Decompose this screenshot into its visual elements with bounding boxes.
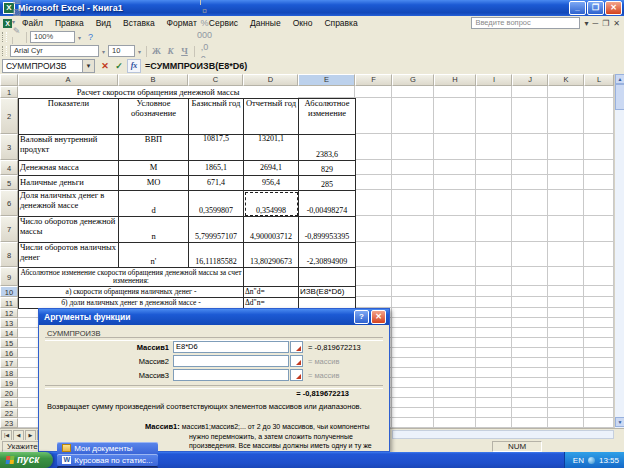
column-header-H[interactable]: H bbox=[434, 74, 476, 86]
row-header-13[interactable]: 13 bbox=[0, 318, 18, 328]
ask-question-input[interactable]: Введите вопрос bbox=[471, 17, 580, 29]
currency-icon[interactable]: ¤ bbox=[198, 5, 211, 17]
cell-indicator[interactable]: Доля наличных денег в денежной массе bbox=[19, 191, 119, 217]
row-header-10[interactable]: 10 bbox=[0, 286, 18, 297]
cell-report[interactable]: 2694,1 bbox=[244, 161, 299, 176]
menu-item-окно[interactable]: Окно bbox=[287, 17, 319, 29]
column-header-E[interactable]: E bbox=[298, 74, 355, 86]
cell-base[interactable]: 671,4 bbox=[189, 176, 244, 191]
start-button[interactable]: пуск bbox=[0, 452, 53, 468]
cell-change[interactable]: 2383,6 bbox=[299, 135, 356, 161]
range-selector-icon[interactable] bbox=[290, 355, 303, 367]
row-header-22[interactable]: 22 bbox=[0, 408, 18, 418]
row-header-15[interactable]: 15 bbox=[0, 338, 18, 348]
scroll-thumb[interactable] bbox=[615, 84, 624, 110]
help-icon[interactable]: ? bbox=[84, 31, 97, 43]
row-header-2[interactable]: 2 bbox=[0, 98, 18, 134]
column-header-B[interactable]: B bbox=[118, 74, 188, 86]
row-header-12[interactable]: 12 bbox=[0, 308, 18, 318]
column-header-L[interactable]: L bbox=[584, 74, 614, 86]
row-header-9[interactable]: 9 bbox=[0, 267, 18, 286]
array2-input[interactable] bbox=[173, 355, 289, 367]
dialog-title-bar[interactable]: Аргументы функции ? ✕ bbox=[39, 309, 389, 325]
name-box[interactable]: СУММПРОИЗВ bbox=[2, 59, 83, 73]
toolbar-grip[interactable] bbox=[2, 46, 7, 56]
doc-minimize-icon[interactable]: ─ bbox=[592, 19, 598, 28]
dialog-close-icon[interactable]: ✕ bbox=[371, 310, 386, 324]
cell-d11-symbol[interactable]: Δd"n= bbox=[244, 298, 299, 309]
underline-icon[interactable]: Ч bbox=[178, 45, 191, 57]
enter-formula-icon[interactable]: ✓ bbox=[113, 60, 125, 72]
cell-indicator[interactable]: Валовый внутренний продукт bbox=[19, 135, 119, 161]
row-header-3[interactable]: 3 bbox=[0, 134, 18, 160]
comma-style-icon[interactable]: 000 bbox=[198, 29, 211, 41]
cell-indicator[interactable]: Число оборотов денежной массы bbox=[19, 217, 119, 243]
header-cell[interactable]: Показатели bbox=[19, 99, 119, 135]
paste-dropdown-icon[interactable]: ▾ bbox=[10, 18, 17, 25]
zoom-dropdown-icon[interactable]: ▾ bbox=[76, 34, 83, 41]
menu-item-вид[interactable]: Вид bbox=[90, 17, 117, 29]
tray-status-icon[interactable] bbox=[588, 457, 595, 464]
row-header-11[interactable]: 11 bbox=[0, 297, 18, 308]
tab-first-icon[interactable]: |◀ bbox=[1, 430, 12, 441]
formula-text[interactable]: =СУММПРОИЗВ(E8*D6) bbox=[145, 61, 247, 71]
menu-item-данные[interactable]: Данные bbox=[244, 17, 287, 29]
cell-indicator[interactable]: Наличные деньги bbox=[19, 176, 119, 191]
cell-report[interactable]: 956,4 bbox=[244, 176, 299, 191]
cell-report[interactable]: 4,900003712 bbox=[244, 217, 299, 243]
column-header-G[interactable]: G bbox=[392, 74, 434, 86]
tab-prev-icon[interactable]: ◀ bbox=[13, 430, 24, 441]
sub-label-cell[interactable]: б) доли наличных денег в денежной массе … bbox=[19, 298, 244, 309]
cell-a1-title[interactable]: Расчет скорости обращения денежной массы bbox=[18, 86, 298, 98]
row-header-14[interactable]: 14 bbox=[0, 328, 18, 338]
taskbar-task-folder[interactable]: Мои документы bbox=[57, 442, 157, 454]
cell-e11[interactable] bbox=[299, 298, 356, 309]
row-header-17[interactable]: 17 bbox=[0, 358, 18, 368]
minimize-button[interactable]: _ bbox=[569, 1, 586, 15]
cell-d10-symbol[interactable]: Δn"d= bbox=[244, 287, 299, 298]
sub-label-cell[interactable]: а) скорости обращения наличных денег - bbox=[19, 287, 244, 298]
cell-symbol[interactable]: n' bbox=[119, 243, 189, 268]
empty-cell[interactable] bbox=[244, 268, 299, 287]
header-cell[interactable]: Отчетный год bbox=[244, 99, 299, 135]
taskbar-task-word[interactable]: WКурсовая по статис... bbox=[57, 454, 157, 466]
cell-change[interactable]: -0,00498274 bbox=[299, 191, 356, 217]
column-header-J[interactable]: J bbox=[512, 74, 548, 86]
array1-input[interactable]: E8*D6 bbox=[173, 341, 289, 353]
header-cell[interactable]: Абсолютное изменение bbox=[299, 99, 356, 135]
increase-decimal-icon[interactable]: ,0 bbox=[198, 41, 211, 53]
zoom-select[interactable]: 100% bbox=[30, 31, 75, 43]
cell-symbol[interactable]: n bbox=[119, 217, 189, 243]
cancel-formula-icon[interactable]: ✕ bbox=[99, 60, 111, 72]
row-header-19[interactable]: 19 bbox=[0, 378, 18, 388]
array3-input[interactable] bbox=[173, 369, 289, 381]
cell-d6-marching-ants[interactable]: 0,354998 bbox=[244, 191, 299, 217]
doc-restore-icon[interactable]: ❐ bbox=[602, 19, 609, 28]
italic-icon[interactable]: К bbox=[164, 45, 177, 57]
column-header-I[interactable]: I bbox=[476, 74, 512, 86]
row-header-6[interactable]: 6 bbox=[0, 190, 18, 216]
row-header-1[interactable]: 1 bbox=[0, 86, 18, 98]
format-painter-icon[interactable]: ✎ bbox=[10, 25, 23, 37]
menu-item-формат[interactable]: Формат bbox=[161, 17, 203, 29]
ask-dropdown-icon[interactable]: ▾ bbox=[584, 19, 588, 28]
column-header-K[interactable]: K bbox=[548, 74, 584, 86]
font-size-dropdown-icon[interactable]: ▾ bbox=[136, 48, 143, 55]
cell-base[interactable]: 10817,5 bbox=[189, 135, 244, 161]
scroll-up-icon[interactable]: ▲ bbox=[615, 74, 624, 84]
menu-item-правка[interactable]: Правка bbox=[49, 17, 90, 29]
font-name-dropdown-icon[interactable]: ▾ bbox=[100, 48, 107, 55]
cell-indicator[interactable]: Числи оборотов наличных денег bbox=[19, 243, 119, 268]
column-header-D[interactable]: D bbox=[243, 74, 298, 86]
cell-base[interactable]: 1865,1 bbox=[189, 161, 244, 176]
tab-next-icon[interactable]: ▶ bbox=[25, 430, 36, 441]
column-header-C[interactable]: C bbox=[188, 74, 243, 86]
cell-change[interactable]: -2,30894909 bbox=[299, 243, 356, 268]
row-header-4[interactable]: 4 bbox=[0, 160, 18, 175]
row-header-16[interactable]: 16 bbox=[0, 348, 18, 358]
language-indicator[interactable]: EN bbox=[573, 456, 584, 465]
cell-base[interactable]: 5,799957107 bbox=[189, 217, 244, 243]
header-cell[interactable]: Условное обозначение bbox=[119, 99, 189, 135]
header-cell[interactable]: Базисный год bbox=[189, 99, 244, 135]
doc-close-icon[interactable]: ✕ bbox=[613, 19, 620, 28]
